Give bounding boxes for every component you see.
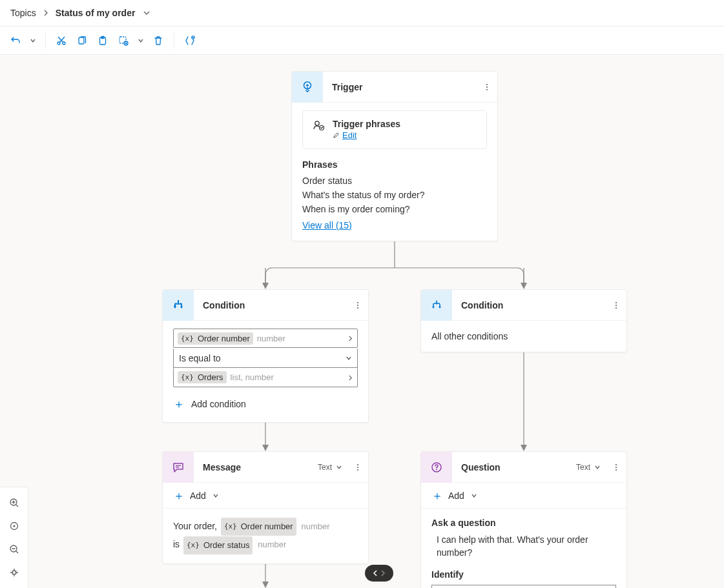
svg-rect-2 [79, 37, 84, 44]
plus-icon: ＋ [431, 488, 443, 503]
trigger-icon [292, 72, 323, 103]
paste-button[interactable] [94, 32, 112, 50]
trigger-node[interactable]: Trigger Trigger phrases Edit Phrases [291, 71, 498, 241]
chevron-right-icon [380, 570, 386, 576]
breadcrumb: Topics Status of my order [0, 0, 724, 26]
svg-point-23 [486, 88, 488, 90]
message-title: Message [194, 462, 318, 472]
condition-operator[interactable]: Is equal to [173, 349, 358, 368]
question-add-button[interactable]: ＋ Add [421, 483, 626, 509]
trigger-phrases-box[interactable]: Trigger phrases Edit [302, 110, 487, 149]
condition-title: Condition [452, 300, 606, 310]
condition-variable-1[interactable]: {x}Order number number [173, 329, 358, 348]
node-menu-button[interactable] [347, 463, 368, 472]
paste-dropdown[interactable] [135, 32, 147, 50]
identify-input[interactable] [431, 585, 616, 588]
node-menu-button[interactable] [606, 463, 626, 472]
view-all-link[interactable]: View all (15) [302, 220, 352, 230]
trigger-phrases-title: Trigger phrases [333, 119, 400, 129]
zoom-panel [0, 487, 28, 588]
svg-marker-16 [521, 445, 527, 451]
message-body[interactable]: Your order, {x}Order number number is {x… [163, 509, 368, 563]
condition-variable-2[interactable]: {x}Orders list, number [173, 368, 358, 387]
trigger-title: Trigger [323, 82, 477, 92]
message-variation-nav[interactable] [365, 565, 393, 582]
zoom-reset-button[interactable] [0, 561, 28, 584]
authoring-canvas[interactable]: Trigger Trigger phrases Edit Phrases [0, 55, 724, 588]
plus-icon: ＋ [173, 488, 185, 503]
chevron-down-icon [471, 491, 477, 501]
chevron-left-icon [372, 570, 378, 576]
separator [174, 33, 174, 48]
question-title: Question [452, 462, 576, 472]
condition-node-left[interactable]: Condition {x}Order number number Is equa… [162, 289, 369, 423]
delete-button[interactable] [149, 32, 167, 50]
zoom-in-button[interactable] [0, 491, 28, 514]
question-node[interactable]: Question Text ＋ Add Ask a question I can… [420, 451, 627, 588]
svg-marker-14 [262, 445, 269, 451]
variable-chip[interactable]: {x}Order status [183, 536, 253, 554]
edit-link[interactable]: Edit [333, 130, 357, 140]
chevron-right-icon [43, 10, 49, 16]
svg-point-46 [615, 469, 617, 470]
svg-marker-10 [262, 283, 269, 289]
svg-point-30 [357, 304, 358, 305]
svg-point-34 [615, 301, 617, 303]
svg-point-1 [63, 42, 65, 45]
phrase-item: What's the status of my order? [302, 188, 487, 202]
condition-else-text: All other conditions [421, 321, 626, 352]
svg-point-35 [615, 304, 617, 305]
svg-point-45 [615, 466, 617, 467]
chevron-right-icon [347, 333, 353, 343]
chevron-down-icon [336, 464, 342, 471]
breadcrumb-current: Status of my order [56, 8, 136, 18]
phrase-item: When is my order coming? [302, 202, 487, 216]
svg-point-36 [615, 307, 617, 308]
variables-button[interactable] [181, 32, 199, 50]
ask-question-text[interactable]: I can help with that. What's your order … [437, 533, 616, 559]
svg-point-20 [306, 84, 309, 86]
chevron-down-icon [346, 353, 352, 363]
svg-point-24 [315, 121, 319, 125]
plus-icon: ＋ [173, 396, 185, 412]
svg-point-0 [57, 42, 60, 45]
chevron-right-icon [347, 372, 353, 383]
branch-icon [163, 290, 194, 321]
svg-marker-33 [439, 307, 441, 309]
svg-marker-32 [432, 307, 435, 309]
svg-point-44 [615, 463, 617, 465]
undo-dropdown[interactable] [27, 32, 39, 50]
phrase-item: Order status [302, 174, 487, 188]
branch-icon [421, 290, 452, 321]
svg-point-41 [357, 469, 358, 470]
svg-marker-12 [521, 283, 527, 289]
condition-node-right[interactable]: Condition All other conditions [420, 289, 627, 352]
toolbar [0, 26, 724, 55]
copy-button[interactable] [73, 32, 91, 50]
svg-marker-18 [262, 582, 269, 588]
variable-chip[interactable]: {x}Order number [221, 518, 296, 536]
question-icon [421, 452, 452, 483]
message-type-selector[interactable]: Text [318, 463, 342, 472]
chevron-down-icon [212, 491, 219, 501]
add-condition-button[interactable]: ＋ Add condition [173, 396, 358, 412]
svg-point-43 [436, 469, 437, 470]
cut-button[interactable] [52, 32, 70, 50]
svg-point-39 [357, 463, 358, 465]
node-menu-button[interactable] [347, 301, 368, 310]
zoom-fit-button[interactable] [0, 514, 28, 538]
paste-special-button[interactable] [114, 32, 132, 50]
node-menu-button[interactable] [606, 301, 626, 310]
ask-question-label: Ask a question [431, 518, 616, 528]
chevron-down-icon [594, 464, 601, 471]
breadcrumb-dropdown[interactable] [143, 9, 150, 17]
message-add-button[interactable]: ＋ Add [163, 483, 368, 509]
svg-marker-27 [174, 307, 176, 309]
zoom-out-button[interactable] [0, 538, 28, 561]
svg-rect-51 [12, 571, 16, 574]
question-type-selector[interactable]: Text [576, 463, 601, 472]
breadcrumb-topics[interactable]: Topics [10, 8, 36, 18]
message-node[interactable]: Message Text ＋ Add Your order, {x}Order … [162, 451, 369, 564]
undo-button[interactable] [6, 32, 25, 50]
node-menu-button[interactable] [477, 83, 497, 92]
